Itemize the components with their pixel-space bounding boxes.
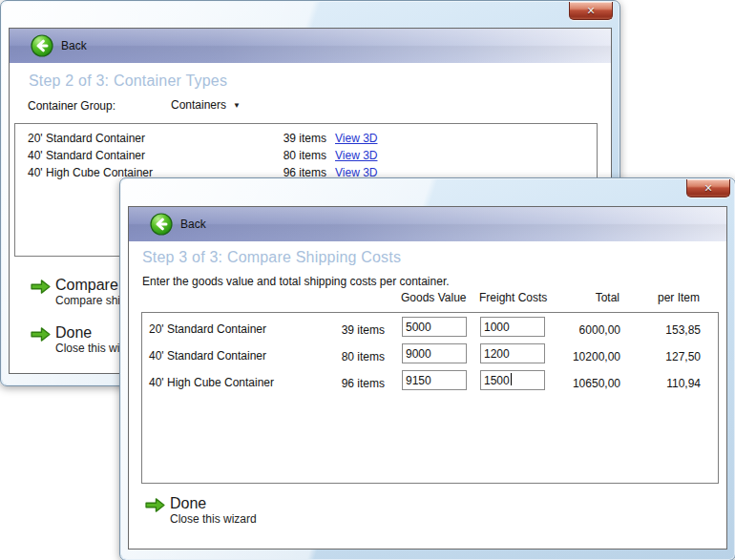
item-count: 39 items: [318, 323, 385, 337]
back-button[interactable]: Back: [31, 34, 87, 57]
page-description: Enter the goods value and total shipping…: [142, 275, 450, 288]
cost-table: 20' Standard Container 39 items 6000,00 …: [141, 312, 719, 484]
text-caret: [511, 373, 512, 385]
goods-value-input[interactable]: [402, 343, 467, 363]
item-count: 80 items: [318, 350, 385, 363]
done-command-subtitle: Close this wiz: [55, 342, 125, 356]
column-header-total: Total: [542, 291, 620, 304]
table-row: 40' Standard Container 80 items 10200,00…: [142, 342, 718, 369]
back-arrow-icon: [150, 213, 173, 236]
per-item-value: 127,50: [624, 350, 701, 363]
item-count: 96 items: [318, 377, 385, 390]
close-button[interactable]: ✕: [686, 179, 730, 197]
per-item-value: 153,85: [624, 323, 701, 337]
green-arrow-icon: [144, 497, 166, 513]
column-header-goods-value: Goods Value: [401, 291, 467, 304]
done-command[interactable]: Done Close this wiz: [30, 324, 125, 356]
page-title: Step 2 of 3: Container Types: [29, 73, 227, 90]
back-button-label: Back: [180, 218, 206, 231]
table-row: 20' Standard Container 39 items 6000,00 …: [142, 316, 718, 342]
column-header-per-item: per Item: [623, 291, 700, 304]
container-name: 40' Standard Container: [15, 149, 260, 162]
goods-value-input[interactable]: [402, 317, 467, 337]
done-command-subtitle: Close this wizard: [170, 512, 257, 527]
total-value: 10650,00: [543, 377, 620, 390]
table-row: 40' High Cube Container 96 items 10650,0…: [142, 369, 718, 396]
container-name: 20' Standard Container: [149, 322, 266, 336]
window-content: Back Step 3 of 3: Compare Shipping Costs…: [128, 206, 727, 550]
list-item[interactable]: 40' Standard Container 80 items View 3D: [15, 147, 597, 164]
freight-costs-input[interactable]: [480, 317, 545, 337]
container-group-dropdown[interactable]: Containers ▼: [171, 98, 241, 112]
freight-costs-input[interactable]: [480, 343, 545, 363]
view-3d-link[interactable]: View 3D: [335, 149, 377, 162]
container-name: 40' Standard Container: [149, 349, 266, 363]
back-button[interactable]: Back: [150, 213, 206, 236]
item-count: 80 items: [260, 149, 326, 162]
page-title: Step 3 of 3: Compare Shipping Costs: [142, 249, 401, 266]
close-button[interactable]: ✕: [569, 2, 613, 20]
container-name: 40' High Cube Container: [149, 376, 274, 389]
container-name: 20' Standard Container: [15, 132, 260, 145]
compare-command[interactable]: Compare Compare shi: [30, 277, 120, 308]
list-item[interactable]: 20' Standard Container 39 items View 3D: [15, 130, 597, 147]
close-icon: ✕: [586, 6, 595, 16]
view-3d-link[interactable]: View 3D: [335, 132, 377, 145]
total-value: 6000,00: [543, 323, 620, 337]
done-command-title: Done: [170, 495, 257, 512]
navigation-bar: Back: [129, 207, 726, 241]
back-arrow-icon: [31, 34, 53, 57]
goods-value-input[interactable]: [402, 370, 467, 390]
done-command[interactable]: Done Close this wizard: [144, 495, 257, 527]
navigation-bar: Back: [10, 29, 611, 63]
per-item-value: 110,94: [624, 377, 701, 390]
green-arrow-icon: [30, 279, 52, 295]
container-group-label: Container Group:: [28, 99, 116, 113]
container-group-value: Containers: [171, 98, 226, 112]
compare-command-title: Compare: [55, 277, 120, 294]
item-count: 39 items: [260, 132, 326, 145]
chevron-down-icon: ▼: [233, 101, 241, 110]
close-icon: ✕: [704, 183, 712, 194]
column-header-freight-costs: Freight Costs: [479, 291, 547, 304]
back-button-label: Back: [61, 39, 87, 52]
wizard-window-step3: ✕ Back Step 3 of 3: Compare Shipping Cos…: [119, 177, 735, 560]
total-value: 10200,00: [543, 350, 620, 363]
compare-command-subtitle: Compare shi: [55, 294, 120, 308]
freight-costs-input[interactable]: [480, 370, 545, 390]
green-arrow-icon: [30, 326, 52, 342]
done-command-title: Done: [55, 324, 125, 342]
